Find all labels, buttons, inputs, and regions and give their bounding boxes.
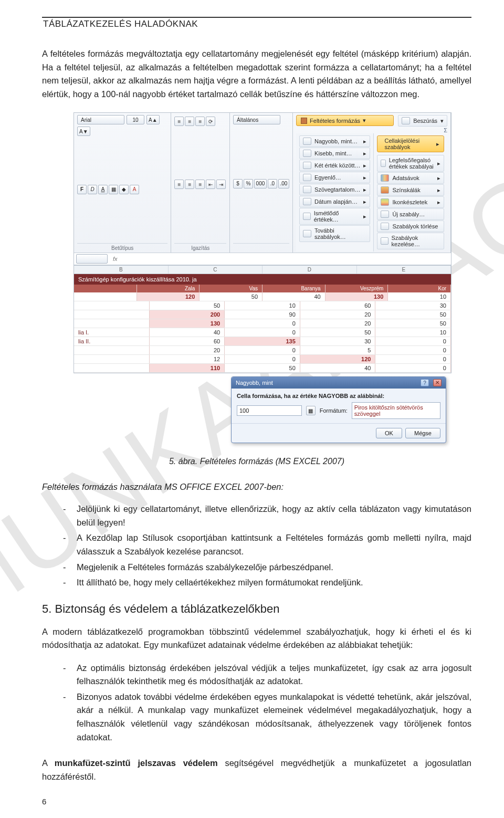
table-cell[interactable]: 0 [225,346,300,354]
cond-fmt-menu-item[interactable]: Szabályok kezelése… [377,233,444,249]
list-item: Megjelenik a Feltételes formázás szabály… [63,561,471,574]
chevron-right-icon: ▸ [363,213,366,220]
align-mid-button[interactable]: ≡ [185,117,194,126]
table-cell[interactable]: 30 [300,337,376,345]
usage-subhead: Feltételes formázás használata MS OFFICE… [42,482,471,492]
indent-inc-button[interactable]: ⇥ [216,180,226,189]
fill-color-button[interactable]: ◆ [119,185,129,194]
font-size-combo[interactable]: 10 [127,115,144,124]
cond-fmt-menu-item[interactable]: Szövegtartalom…▸ [299,184,370,195]
underline-button[interactable]: A [98,185,108,194]
cond-fmt-label: Feltételes formázás [310,118,360,124]
table-cell[interactable]: 120 [300,355,376,363]
table-cell[interactable]: 50 [225,364,300,372]
font-color-button[interactable]: A [130,185,139,194]
cond-fmt-menu-item[interactable]: Adatsávok▸ [377,172,444,184]
table-cell[interactable]: 20 [300,310,376,319]
cond-fmt-menu-item[interactable]: Kisebb, mint…▸ [299,148,370,159]
table-cell[interactable]: 60 [150,337,225,345]
help-icon[interactable]: ? [421,379,429,386]
rule-icon [381,160,385,167]
close-icon[interactable]: ✕ [433,379,442,386]
conditional-format-button[interactable]: Feltételes formázás ▾ [296,115,394,126]
border-button[interactable]: ▦ [109,185,118,194]
cond-fmt-menu-item[interactable]: Nagyobb, mint…▸ [299,135,370,147]
table-cell[interactable]: 40 [150,328,225,337]
bold-button[interactable]: F [77,185,87,194]
ribbon-font-panel: Arial 10 A▲ A▼ F D A ▦ ◆ A Betűtípus [74,113,171,253]
table-cell[interactable]: 12 [150,355,225,363]
cond-fmt-menu-item[interactable]: Színskálák▸ [377,184,444,196]
panel-label-align: Igazítás [174,243,226,251]
column-letter[interactable]: E [357,266,452,274]
table-cell[interactable]: 130 [326,292,388,301]
column-letter[interactable]: D [262,266,357,274]
align-right-button[interactable]: ≡ [195,180,205,189]
dec-dec-button[interactable]: .00 [278,179,289,188]
sheet-title-bar: Számítógép konfigurációk kiszállítása 20… [74,274,451,285]
table-cell[interactable]: 90 [225,310,300,319]
table-cell[interactable]: 110 [150,364,225,372]
table-col-header: Vas [200,285,262,292]
table-cell[interactable]: 50 [150,301,225,310]
table-cell[interactable]: 10 [225,301,300,310]
chevron-right-icon: ▸ [437,199,440,206]
range-picker-icon[interactable]: ▦ [306,406,316,415]
column-letter[interactable]: B [74,266,169,274]
table-cell[interactable]: 20 [300,319,376,328]
insert-button[interactable]: Beszúrás ▾ [398,115,447,127]
format-select[interactable]: Piros kitöltőszín sötétvörös szöveggel [352,402,440,419]
name-box[interactable] [76,254,108,264]
align-left-button[interactable]: ≡ [174,180,184,189]
indent-dec-button[interactable]: ⇤ [206,180,215,189]
table-cell[interactable]: 200 [150,310,225,319]
cancel-button[interactable]: Mégse [405,428,440,438]
table-cell[interactable]: 40 [300,364,376,372]
column-letter[interactable]: C [169,266,263,274]
sigma-icon[interactable]: Σ [398,127,447,133]
table-row: 20050 [74,346,451,355]
table-cell[interactable]: 0 [225,355,300,363]
percent-button[interactable]: % [244,179,253,188]
currency-button[interactable]: $ [233,179,243,188]
cond-fmt-menu-item[interactable]: Egyenlő…▸ [299,172,370,183]
page-number: 6 [42,797,471,806]
number-format-combo[interactable]: Általános [233,115,280,124]
cond-fmt-menu-item[interactable]: Ismétlődő értékek…▸ [299,208,370,225]
table-cell[interactable]: 130 [150,319,225,328]
fx-icon[interactable]: fx [110,256,121,262]
italic-button[interactable]: D [88,185,97,194]
inc-dec-button[interactable]: .0 [268,179,277,188]
cond-fmt-menu-item[interactable]: Ikonkészletek▸ [377,196,444,208]
grow-font-button[interactable]: A▲ [146,115,160,124]
threshold-input[interactable]: 100 [237,405,302,416]
rule-icon [303,213,311,220]
orientation-button[interactable]: ⟳ [206,117,215,126]
table-cell[interactable]: 40 [262,292,326,301]
table-cell[interactable]: 50 [200,292,262,301]
table-cell[interactable]: 60 [300,301,376,310]
comma-button[interactable]: 000 [254,179,267,188]
shrink-font-button[interactable]: A▼ [77,127,90,136]
cond-fmt-menu-item[interactable]: Dátum alapján…▸ [299,196,370,207]
font-name-combo[interactable]: Arial [77,115,124,124]
cond-fmt-menu-item[interactable]: További szabályok… [299,225,370,242]
table-cell[interactable]: 120 [137,292,200,301]
table-cell[interactable]: 50 [300,328,376,337]
table-col-header: Kor [388,285,451,292]
table-cell[interactable]: 0 [225,328,300,337]
cond-fmt-menu-item[interactable]: Új szabály… [377,208,444,220]
highlight-rules-item[interactable]: Cellakijelölési szabályok▸ [377,135,444,152]
table-cell[interactable]: 135 [225,337,300,345]
align-top-button[interactable]: ≡ [174,117,184,126]
align-center-button[interactable]: ≡ [185,180,194,189]
table-cell[interactable]: 5 [300,346,376,354]
ok-button[interactable]: OK [376,428,402,438]
cond-fmt-menu-item[interactable]: Legfelső/legalsó értékek szabályai▸ [377,155,444,172]
table-cell[interactable]: 0 [225,319,300,328]
table-cell[interactable]: 20 [150,346,225,354]
align-bot-button[interactable]: ≡ [195,117,205,126]
chevron-right-icon: ▸ [363,150,366,157]
cond-fmt-menu-item[interactable]: Szabályok törlése [377,221,444,232]
cond-fmt-menu-item[interactable]: Két érték között…▸ [299,160,370,171]
